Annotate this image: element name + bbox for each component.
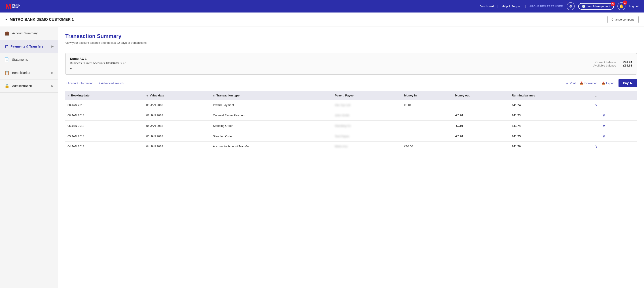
table-row: 04 JAN 2018 04 JAN 2018 Account to Accou…: [65, 142, 637, 151]
cell-money-out: -£0.01: [453, 121, 510, 131]
nav-links: Dashboard | Help & Support | ARC-IB PEN …: [480, 2, 639, 10]
cell-transaction-type: Account to Account Transfer: [211, 142, 332, 151]
export-button[interactable]: 📤 Export: [602, 82, 615, 85]
help-support-link[interactable]: Help & Support: [502, 5, 522, 8]
col-money-out: Money out: [453, 91, 510, 100]
logo-text: METRO BANK: [12, 3, 20, 9]
row-expand-button[interactable]: ∨: [595, 144, 598, 148]
row-expand-button[interactable]: ∨: [603, 124, 605, 128]
cell-transaction-type: Standing Order: [211, 131, 332, 142]
cell-booking-date: 08 JAN 2018: [65, 110, 144, 121]
dashboard-link[interactable]: Dashboard: [480, 5, 494, 8]
settings-button[interactable]: ⚙: [567, 2, 575, 10]
row-expand-button[interactable]: ∨: [603, 113, 605, 118]
cell-running-balance: £41.76: [510, 142, 593, 151]
cell-transaction-type: Inward Payment: [211, 100, 332, 110]
cell-actions: ∨: [593, 100, 637, 110]
company-icon: ▪: [5, 17, 7, 22]
account-details: Business Current Accounts 10843488 GBP: [70, 61, 593, 65]
sidebar-item-account-summary[interactable]: 💼 Account Summary: [0, 27, 58, 40]
sort-arrows-type[interactable]: ⇅: [213, 94, 215, 97]
pay-button[interactable]: Pay ▶: [618, 79, 637, 87]
document-icon: 📄: [4, 57, 10, 62]
cell-money-in: £0.01: [402, 100, 453, 110]
chevron-right-icon: ▶: [52, 45, 54, 48]
transfer-icon: ⇄: [4, 44, 8, 49]
row-more-button[interactable]: ⋮: [595, 113, 601, 118]
nav-divider2: |: [525, 5, 526, 8]
notification-badge: 1: [623, 0, 627, 5]
sidebar-item-statements[interactable]: 📄 Statements: [0, 53, 58, 66]
table-body: 08 JAN 2018 08 JAN 2018 Inward Payment A…: [65, 100, 637, 151]
sidebar-item-administration[interactable]: 🔒 Administration ▶: [0, 79, 58, 93]
row-expand-button[interactable]: ∨: [595, 103, 598, 107]
chevron-right-icon3: ▶: [52, 84, 54, 88]
cell-money-in: £30.00: [402, 142, 453, 151]
available-balance-amount: £34.68: [619, 64, 632, 67]
col-running-balance: Running balance: [510, 91, 593, 100]
cell-value-date: 08 JAN 2018: [144, 100, 211, 110]
cell-transaction-type: Outward Faster Payment: [211, 110, 332, 121]
account-dropdown-arrow[interactable]: ▾: [70, 67, 593, 71]
cell-booking-date: 05 JAN 2018: [65, 121, 144, 131]
account-card: Demo AC 1 Business Current Accounts 1084…: [65, 53, 637, 75]
current-balance-row: Current balance £41.74: [593, 60, 632, 64]
sort-arrows-value[interactable]: ⇅: [146, 94, 148, 97]
table-row: 08 JAN 2018 08 JAN 2018 Inward Payment A…: [65, 100, 637, 110]
col-payer-payee: Payer / Payee: [332, 91, 402, 100]
current-balance-amount: £41.74: [619, 60, 632, 64]
cell-money-out: [453, 100, 510, 110]
cell-payer-payee: Abc Xyz Ltd: [332, 100, 402, 110]
sidebar-label-payments-transfers: Payments & Transfers: [10, 45, 49, 48]
nav-divider: |: [497, 5, 498, 8]
col-value-date: ⇅ Value date: [144, 91, 211, 100]
download-icon: 📥: [580, 82, 584, 85]
logo-m-letter: M: [5, 3, 12, 10]
cell-payer-payee: Metro Acc: [332, 142, 402, 151]
sidebar: 💼 Account Summary ⇄ Payments & Transfers…: [0, 27, 58, 288]
cell-value-date: 05 JAN 2018: [144, 131, 211, 142]
cell-money-in: [402, 110, 453, 121]
current-balance-label: Current balance: [596, 60, 616, 64]
item-management-button[interactable]: 🕐 Item Management 22: [578, 3, 614, 9]
row-expand-button[interactable]: ∨: [603, 134, 605, 139]
notification-area: 🔔 1: [618, 2, 626, 10]
company-name: METRO BANK DEMO CUSTOMER 1: [10, 17, 605, 22]
sort-arrows-booking[interactable]: ⇅: [68, 94, 69, 97]
sidebar-item-payments-transfers[interactable]: ⇄ Payments & Transfers ▶: [0, 40, 58, 53]
print-icon: 🖨: [566, 82, 569, 85]
briefcase-icon: 💼: [4, 31, 10, 36]
row-more-button[interactable]: ⋮: [595, 134, 601, 139]
list-icon: 📋: [4, 70, 10, 75]
col-transaction-type: ⇅ Transaction type: [211, 91, 332, 100]
sidebar-item-beneficiaries[interactable]: 📋 Beneficiaries ▶: [0, 66, 58, 79]
row-more-button[interactable]: ⋮: [595, 123, 601, 128]
page-subtitle: View your account balance and the last 3…: [65, 41, 637, 44]
cell-booking-date: 08 JAN 2018: [65, 100, 144, 110]
export-icon: 📤: [602, 82, 605, 85]
download-button[interactable]: 📥 Download: [580, 82, 598, 85]
cell-money-in: [402, 121, 453, 131]
cell-running-balance: £41.73: [510, 110, 593, 121]
transactions-toolbar: + Account information + Advanced search …: [65, 79, 637, 87]
cell-payer-payee: John Smith: [332, 110, 402, 121]
change-company-button[interactable]: Change company: [607, 16, 639, 23]
company-bar: ▪ METRO BANK DEMO CUSTOMER 1 Change comp…: [0, 12, 644, 27]
cell-booking-date: 04 JAN 2018: [65, 142, 144, 151]
page-title: Transaction Summary: [65, 33, 637, 39]
table-row: 05 JAN 2018 05 JAN 2018 Standing Order T…: [65, 131, 637, 142]
advanced-search-link[interactable]: + Advanced search: [98, 82, 124, 85]
print-button[interactable]: 🖨 Print: [566, 82, 576, 85]
logout-button[interactable]: Log out: [629, 5, 639, 8]
cell-actions: ⋮ ∨: [593, 121, 637, 131]
account-information-link[interactable]: + Account information: [65, 82, 93, 85]
available-balance-label: Available balance: [593, 64, 616, 67]
username-display: ARC-IB PEN TEST USER: [529, 5, 563, 8]
cell-value-date: 04 JAN 2018: [144, 142, 211, 151]
cell-payer-payee: Test Payee: [332, 131, 402, 142]
cell-value-date: 05 JAN 2018: [144, 121, 211, 131]
cell-actions: ⋮ ∨: [593, 110, 637, 121]
cell-money-out: -£0.01: [453, 131, 510, 142]
cell-actions: ⋮ ∨: [593, 131, 637, 142]
col-money-in: Money in: [402, 91, 453, 100]
